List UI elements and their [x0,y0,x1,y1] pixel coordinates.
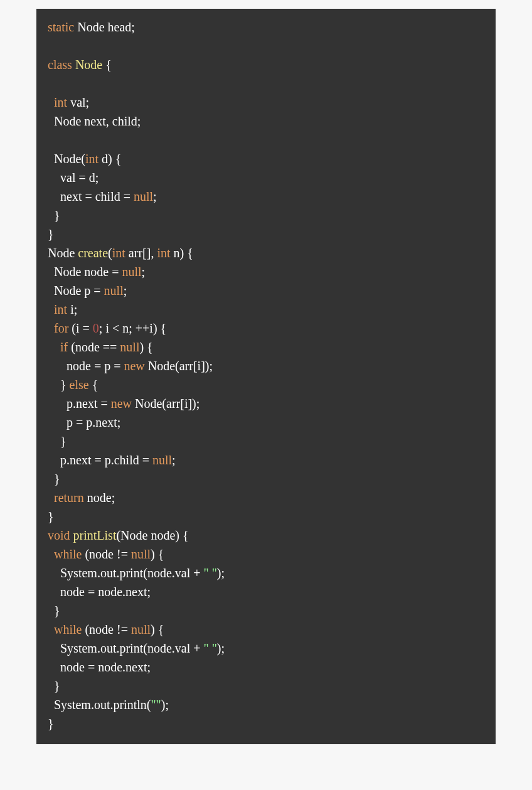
text: n) { [171,246,193,260]
kw-new: new [111,397,132,410]
text: } [48,717,54,730]
text: System.out.println( [48,698,151,712]
lit-null: null [152,453,172,467]
text: ); [217,641,225,655]
text [48,95,54,109]
text: } [48,434,66,448]
text: Node [48,246,78,260]
text: Node p = [48,284,104,297]
lit-null: null [131,622,151,636]
text [48,622,54,636]
text: ; [153,189,157,203]
text: (Node node) { [116,528,188,542]
text: p.next = [48,397,111,410]
str-empty: "" [151,698,161,712]
text: Node node = [48,265,122,279]
str-space: " " [203,641,216,655]
text: { [102,58,112,72]
text: } [48,227,54,241]
kw-int: int [85,152,98,166]
text: val = d; [48,171,98,184]
num-zero: 0 [93,321,99,335]
fn-printlist: printList [73,528,117,542]
text: node = p = [48,359,124,373]
type-node: Node [75,58,102,72]
text: Node next, child; [48,114,141,128]
kw-else: else [70,378,89,392]
text: node; [84,491,115,504]
kw-if: if [60,340,68,354]
kw-return: return [54,491,84,504]
lit-null: null [122,265,141,279]
kw-int: int [54,95,67,109]
text: i; [67,302,77,316]
text [48,321,54,335]
text [48,547,54,561]
text: d) { [98,152,121,166]
text: ; [172,453,176,467]
text: Node head; [74,20,135,34]
text: Node(arr[i]); [145,359,213,373]
text: p.next = p.child = [48,453,152,467]
text: next = child = [48,189,134,203]
text: { [89,378,98,392]
text: node = node.next; [48,660,151,674]
text: } [48,208,60,222]
text: (node != [82,622,130,636]
fn-create: create [78,246,108,260]
text [48,302,54,316]
text: ; [124,284,127,297]
text: arr[], [125,246,157,260]
text: System.out.print(node.val + [48,641,203,655]
kw-while: while [54,547,82,561]
kw-static: static [48,20,74,34]
text: (node == [68,340,120,354]
lit-null: null [104,284,124,297]
kw-class: class [48,58,72,72]
text [48,491,54,504]
text: Node(arr[i]); [132,397,200,410]
text: val; [67,95,89,109]
text: ) { [151,547,164,561]
kw-for: for [54,321,68,335]
text: (i = [68,321,93,335]
text: } [48,679,60,693]
text: } [48,604,60,617]
text [48,340,60,354]
lit-null: null [134,189,153,203]
kw-int: int [157,246,170,260]
code-block: static Node head; class Node { int val; … [36,9,496,744]
lit-null: null [131,547,151,561]
text: } [48,378,70,392]
text: ) { [151,622,164,636]
text: System.out.print(node.val + [48,566,203,580]
text: ); [217,566,225,580]
text: node = node.next; [48,585,151,599]
text: ; [142,265,146,279]
text: } [48,472,60,486]
text: ; i < n; ++i) { [99,321,166,335]
text: ) { [139,340,152,354]
text: Node( [48,152,85,166]
text: } [48,510,54,523]
str-space: " " [203,566,216,580]
kw-while: while [54,622,82,636]
text: (node != [82,547,130,561]
lit-null: null [120,340,139,354]
kw-int: int [54,302,67,316]
kw-void: void [48,528,70,542]
text: ( [108,246,112,260]
text: ); [161,698,169,712]
kw-new: new [124,359,144,373]
kw-int: int [112,246,125,260]
text: p = p.next; [48,415,120,429]
page: static Node head; class Node { int val; … [0,0,532,790]
